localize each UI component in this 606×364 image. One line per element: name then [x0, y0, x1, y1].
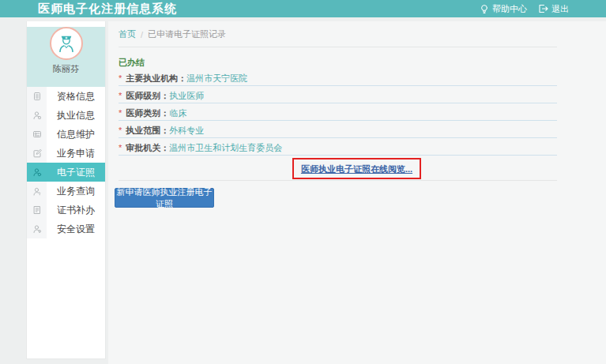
new-certificate-apply-button[interactable]: 新申请医师执业注册电子证照	[115, 188, 214, 208]
avatar	[50, 27, 83, 60]
sidebar: 陈丽芬 资格信息 执业信息 信息维护 业务申请	[26, 21, 106, 359]
section-title-completed: 已办结	[119, 57, 557, 69]
sidebar-item-info-maintenance[interactable]: 信息维护	[27, 125, 105, 144]
logout-button[interactable]: 退出	[538, 3, 569, 15]
certificate-field-list: *主要执业机构：温州市天宁医院 *医师级别：执业医师 *医师类别：临床 *执业范…	[119, 69, 557, 156]
link-section-divider	[119, 180, 557, 181]
breadcrumb-home-link[interactable]: 首页	[119, 28, 136, 40]
person-certificate-icon	[27, 163, 47, 182]
person-badge-icon	[27, 106, 47, 125]
field-row-main-institution: *主要执业机构：温州市天宁医院	[119, 69, 557, 86]
sidebar-item-security-settings[interactable]: 安全设置	[27, 220, 105, 238]
logout-label: 退出	[551, 3, 569, 15]
document-lines-icon	[27, 87, 47, 106]
field-row-practice-scope: *执业范围：外科专业	[119, 121, 557, 138]
sidebar-item-electronic-certificate[interactable]: 电子证照	[27, 163, 105, 182]
sidebar-item-label: 证书补办	[47, 204, 95, 217]
sidebar-item-certificate-reissue[interactable]: 证书补办	[27, 201, 105, 220]
field-row-physician-level: *医师级别：执业医师	[119, 86, 557, 103]
field-value: 外科专业	[169, 126, 204, 135]
breadcrumb-divider	[119, 47, 557, 47]
breadcrumb-current: 已申请电子证照记录	[148, 28, 226, 40]
field-label: 审批机关：	[126, 143, 169, 152]
sidebar-item-business-application[interactable]: 业务申请	[27, 144, 105, 163]
help-center-label: 帮助中心	[492, 3, 527, 15]
sidebar-item-business-query[interactable]: 业务查询	[27, 182, 105, 201]
field-value: 温州市天宁医院	[186, 73, 247, 83]
field-label: 执业范围：	[126, 126, 169, 135]
required-marker: *	[119, 126, 122, 135]
file-icon	[27, 201, 47, 220]
field-row-approval-authority: *审批机关：温州市卫生和计划生育委员会	[119, 138, 557, 156]
field-label: 主要执业机构：	[126, 73, 186, 83]
field-label: 医师级别：	[126, 91, 169, 100]
person-shield-icon	[27, 220, 47, 238]
sidebar-item-label: 电子证照	[47, 166, 95, 179]
field-value: 临床	[169, 108, 186, 118]
required-marker: *	[119, 91, 122, 100]
person-search-icon	[27, 182, 47, 201]
logout-icon	[538, 4, 548, 13]
doctor-avatar-icon	[53, 30, 80, 57]
required-marker: *	[119, 108, 122, 118]
breadcrumb-separator: /	[141, 30, 143, 39]
user-profile-section: 陈丽芬	[27, 27, 105, 87]
field-value: 温州市卫生和计划生育委员会	[169, 143, 282, 152]
required-marker: *	[119, 73, 122, 83]
id-card-icon	[27, 125, 47, 144]
view-certificate-online-link[interactable]: 医师执业电子证照在线阅览...	[301, 164, 412, 174]
sidebar-item-label: 资格信息	[47, 90, 95, 103]
sidebar-item-label: 执业信息	[47, 109, 95, 122]
edit-form-icon	[27, 144, 47, 163]
sidebar-menu: 资格信息 执业信息 信息维护 业务申请 电子证照	[27, 87, 105, 238]
sidebar-item-label: 业务申请	[47, 147, 95, 160]
sidebar-item-label: 业务查询	[47, 185, 95, 198]
field-label: 医师类别：	[126, 108, 169, 118]
breadcrumb: 首页 / 已申请电子证照记录	[119, 21, 557, 40]
help-center-button[interactable]: 帮助中心	[480, 3, 527, 15]
view-link-row: 医师执业电子证照在线阅览...	[119, 158, 557, 177]
lightbulb-icon	[480, 4, 489, 14]
main-content: 首页 / 已申请电子证照记录 已办结 *主要执业机构：温州市天宁医院 *医师级别…	[108, 21, 606, 364]
field-row-physician-category: *医师类别：临床	[119, 103, 557, 121]
sidebar-item-label: 安全设置	[47, 223, 95, 236]
sidebar-item-practice-info[interactable]: 执业信息	[27, 106, 105, 125]
field-value: 执业医师	[169, 91, 204, 100]
sidebar-item-label: 信息维护	[47, 128, 95, 141]
app-title: 医师电子化注册信息系统	[38, 2, 177, 17]
sidebar-item-qualification-info[interactable]: 资格信息	[27, 87, 105, 106]
app-header: 医师电子化注册信息系统 帮助中心 退出	[0, 0, 606, 17]
red-highlight-box: 医师执业电子证照在线阅览...	[292, 158, 421, 179]
user-name: 陈丽芬	[27, 63, 105, 75]
required-marker: *	[119, 143, 122, 152]
